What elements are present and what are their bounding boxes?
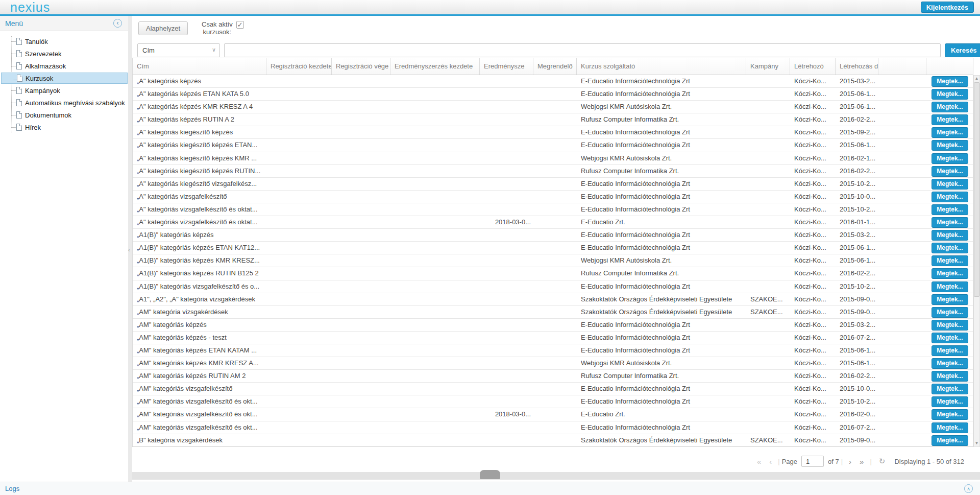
table-row[interactable]: „AM" kategóriás képzés KMR KRESZ A...Web… bbox=[133, 357, 973, 370]
column-header-letrehozas-d[interactable]: Létrehozás d bbox=[836, 58, 878, 75]
table-row[interactable]: „B" kategória vizsgakérdésekSzakoktatók … bbox=[133, 434, 973, 447]
table-row[interactable]: „AM" kategóriás vizsgafelkészítő és okt.… bbox=[133, 421, 973, 434]
cell-reg-kezdete bbox=[266, 293, 332, 305]
column-header-eredmenysze[interactable]: Eredménysze bbox=[480, 58, 533, 75]
megtekintes-button[interactable]: Megtek... bbox=[932, 281, 968, 292]
vertical-scrollbar[interactable]: ▲ ▼ bbox=[973, 75, 980, 447]
horizontal-scrollbar[interactable] bbox=[132, 472, 980, 480]
scrollbar-thumb[interactable] bbox=[974, 82, 979, 297]
table-row[interactable]: „A" kategóriás vizsgafelkészítő és oktat… bbox=[133, 203, 973, 216]
table-row[interactable]: „A" kategóriás kiegészítő képzésE-Educat… bbox=[133, 126, 973, 139]
table-row[interactable]: „A" kategóriás képzésE-Educatio Informác… bbox=[133, 75, 973, 88]
table-row[interactable]: „A1(B)" kategóriás képzésE-Educatio Info… bbox=[133, 229, 973, 242]
megtekintes-button[interactable]: Megtek... bbox=[932, 320, 968, 331]
first-page-icon[interactable]: « bbox=[757, 457, 761, 466]
table-row[interactable]: „A" kategóriás vizsgafelkészítőE-Educati… bbox=[133, 191, 973, 203]
next-page-icon[interactable]: › bbox=[849, 457, 851, 466]
megtekintes-button[interactable]: Megtek... bbox=[932, 230, 968, 241]
sidebar-splitter[interactable]: ‹ bbox=[128, 16, 132, 482]
sidebar-item-szervezetek[interactable]: Szervezetek bbox=[0, 48, 128, 60]
column-header-regisztracio-vege[interactable]: Regisztráció vége bbox=[332, 58, 390, 75]
table-row[interactable]: „AM" kategóriás képzés - tesztE-Educatio… bbox=[133, 332, 973, 344]
table-row[interactable]: „AM" kategória vizsgakérdésekSzakoktatók… bbox=[133, 306, 973, 319]
megtekintes-button[interactable]: Megtek... bbox=[932, 140, 968, 151]
table-row[interactable]: „A" kategóriás vizsgafelkészítő és oktat… bbox=[133, 216, 973, 229]
megtekintes-button[interactable]: Megtek... bbox=[932, 114, 968, 125]
table-row[interactable]: „A" kategóriás képzés RUTIN A 2Rufusz Co… bbox=[133, 113, 973, 126]
logs-panel-handle[interactable] bbox=[480, 470, 500, 479]
table-row[interactable]: „AM" kategóriás vizsgafelkészítőE-Educat… bbox=[133, 383, 973, 395]
megtekintes-button[interactable]: Megtek... bbox=[932, 396, 968, 407]
sidebar-item-tanulok[interactable]: Tanulók bbox=[0, 35, 128, 48]
page-number-input[interactable] bbox=[801, 456, 824, 467]
megtekintes-button[interactable]: Megtek... bbox=[932, 76, 968, 87]
chevron-up-icon[interactable]: ∧ bbox=[964, 484, 973, 493]
table-row[interactable]: „A1(B)" kategóriás vizsgafelkészítő és o… bbox=[133, 280, 973, 293]
column-header-kurzus-szolgaltato[interactable]: Kurzus szolgáltató bbox=[577, 58, 746, 75]
megtekintes-button[interactable]: Megtek... bbox=[932, 153, 968, 164]
megtekintes-button[interactable]: Megtek... bbox=[932, 89, 968, 100]
megtekintes-button[interactable]: Megtek... bbox=[932, 102, 968, 112]
active-courses-checkbox[interactable]: ✓ bbox=[236, 21, 244, 29]
sidebar-item-kampanyok[interactable]: Kampányok bbox=[0, 84, 128, 97]
megtekintes-button[interactable]: Megtek... bbox=[932, 243, 968, 253]
megtekintes-button[interactable]: Megtek... bbox=[932, 204, 968, 215]
table-row[interactable]: „A1(B)" kategóriás képzés KMR KRESZ...We… bbox=[133, 254, 973, 267]
table-row[interactable]: „A1(B)" kategóriás képzés RUTIN B125 2Ru… bbox=[133, 267, 973, 280]
megtekintes-button[interactable]: Megtek... bbox=[932, 345, 968, 356]
column-header-eredmenyszerzes-kezdete[interactable]: Eredményszerzés kezdete bbox=[390, 58, 480, 75]
sidebar-item-kurzusok[interactable]: Kurzusok bbox=[1, 73, 128, 84]
sidebar-item-hirek[interactable]: Hírek bbox=[0, 121, 128, 133]
sidebar-item-alkalmazasok[interactable]: Alkalmazások bbox=[0, 60, 128, 72]
megtekintes-button[interactable]: Megtek... bbox=[932, 358, 968, 369]
logout-button[interactable]: Kijelentkezés bbox=[921, 2, 974, 13]
megtekintes-button[interactable]: Megtek... bbox=[932, 255, 968, 266]
scroll-up-icon[interactable]: ▲ bbox=[974, 76, 979, 82]
sidebar-item-automatikus-meghivasi-szabalyok[interactable]: Automatikus meghívási szabályok bbox=[0, 97, 128, 109]
megtekintes-button[interactable]: Megtek... bbox=[932, 409, 968, 420]
sidebar-item-dokumentumok[interactable]: Dokumentumok bbox=[0, 109, 128, 121]
megtekintes-button[interactable]: Megtek... bbox=[932, 307, 968, 318]
scroll-down-icon[interactable]: ▼ bbox=[974, 440, 979, 446]
megtekintes-button[interactable]: Megtek... bbox=[932, 333, 968, 343]
table-row[interactable]: „AM" kategóriás vizsgafelkészítő és okt.… bbox=[133, 408, 973, 421]
megtekintes-button[interactable]: Megtek... bbox=[932, 179, 968, 190]
search-button[interactable]: Keresés bbox=[945, 43, 980, 57]
column-header-megrendelo[interactable]: Megrendelő bbox=[533, 58, 577, 75]
megtekintes-button[interactable]: Megtek... bbox=[932, 422, 968, 433]
search-field-select[interactable]: Cím ∨ bbox=[137, 43, 220, 57]
column-header-letrehozo[interactable]: Létrehozó bbox=[790, 58, 836, 75]
search-input[interactable] bbox=[224, 43, 941, 57]
table-row[interactable]: „A" kategóriás kiegészítő vizsgafelkész.… bbox=[133, 178, 973, 191]
table-row[interactable]: „AM" kategóriás vizsgafelkészítő és okt.… bbox=[133, 395, 973, 408]
table-row[interactable]: „A" kategóriás képzés ETAN KATA 5.0E-Edu… bbox=[133, 88, 973, 101]
column-header-cim[interactable]: Cím bbox=[133, 58, 266, 75]
prev-page-icon[interactable]: ‹ bbox=[769, 457, 772, 466]
megtekintes-button[interactable]: Megtek... bbox=[932, 217, 968, 228]
table-row[interactable]: „A" kategóriás képzés KMR KRESZ A 4Webjo… bbox=[133, 101, 973, 113]
table-row[interactable]: „AM" kategóriás képzés RUTIN AM 2Rufusz … bbox=[133, 370, 973, 383]
reset-button[interactable]: Alaphelyzet bbox=[138, 21, 188, 35]
table-row[interactable]: „A" kategóriás kiegészítő képzés ETAN...… bbox=[133, 139, 973, 152]
column-header-kampany[interactable]: Kampány bbox=[746, 58, 790, 75]
table-row[interactable]: „A" kategóriás kiegészítő képzés KMR ...… bbox=[133, 152, 973, 165]
megtekintes-button[interactable]: Megtek... bbox=[932, 192, 968, 202]
table-row[interactable]: „AM" kategóriás képzés ETAN KATAM ...E-E… bbox=[133, 344, 973, 357]
megtekintes-button[interactable]: Megtek... bbox=[932, 166, 968, 177]
megtekintes-button[interactable]: Megtek... bbox=[932, 127, 968, 138]
megtekintes-button[interactable]: Megtek... bbox=[932, 435, 968, 446]
column-header-regisztracio-kezdete[interactable]: Regisztráció kezdete bbox=[266, 58, 332, 75]
last-page-icon[interactable]: » bbox=[860, 457, 864, 466]
megtekintes-button[interactable]: Megtek... bbox=[932, 268, 968, 279]
megtekintes-button[interactable]: Megtek... bbox=[932, 384, 968, 394]
megtekintes-button[interactable]: Megtek... bbox=[932, 371, 968, 382]
table-row[interactable]: „A1(B)" kategóriás képzés ETAN KAT12...E… bbox=[133, 242, 973, 254]
table-row[interactable]: „A" kategóriás kiegészítő képzés RUTIN..… bbox=[133, 165, 973, 178]
megtekintes-button[interactable]: Megtek... bbox=[932, 294, 968, 305]
refresh-icon[interactable]: ↻ bbox=[879, 457, 886, 466]
splitter-collapse-icon[interactable]: ‹ bbox=[128, 247, 130, 253]
table-row[interactable]: „AM" kategóriás képzésE-Educatio Informá… bbox=[133, 319, 973, 332]
sidebar-collapse-icon[interactable]: ‹ bbox=[113, 19, 122, 28]
cell-reg-vege bbox=[332, 113, 390, 126]
table-row[interactable]: „A1", „A2", „A" kategória vizsgakérdések… bbox=[133, 293, 973, 306]
